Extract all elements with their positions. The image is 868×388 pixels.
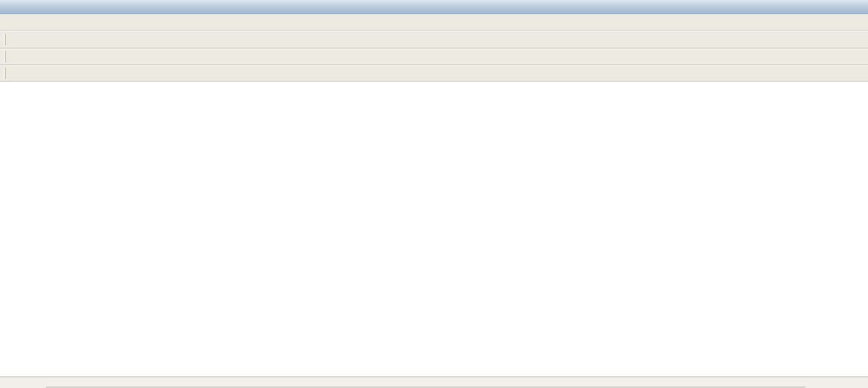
status-divider	[46, 387, 805, 387]
toolbar-drawing	[0, 65, 868, 82]
titlebar	[0, 0, 868, 14]
menubar	[0, 14, 868, 31]
toolbar-navigation	[0, 48, 868, 65]
toolbar-grip	[4, 34, 6, 45]
kline-chart[interactable]	[0, 82, 868, 377]
toolbar-main	[0, 31, 868, 48]
toolbar-grip	[4, 51, 6, 63]
statusbar	[0, 377, 868, 388]
toolbar-grip	[4, 68, 6, 79]
chart-area	[0, 82, 868, 377]
app-window	[0, 0, 868, 388]
